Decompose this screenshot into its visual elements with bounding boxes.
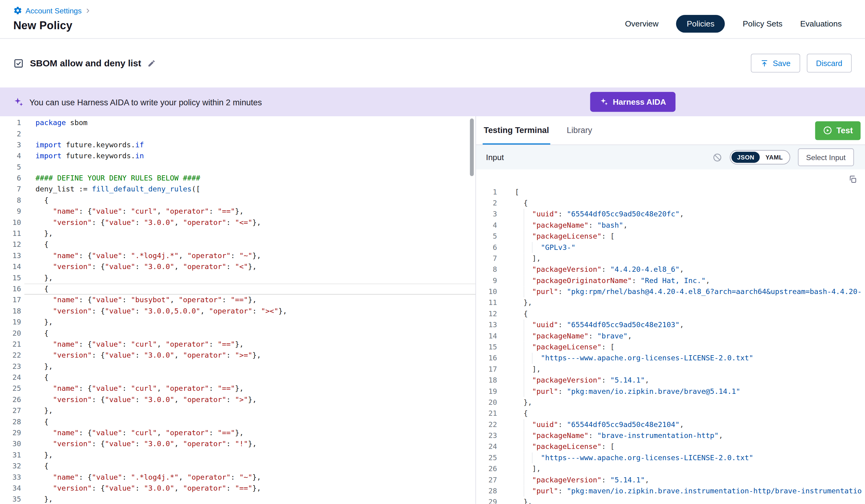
json-code-line[interactable]: 19"purl": "pkg:maven/io.zipkin.brave/bra… bbox=[476, 386, 865, 397]
line-number: 6 bbox=[476, 242, 501, 253]
json-code-line[interactable]: 21{ bbox=[476, 408, 865, 419]
editor-code-line[interactable]: 2 bbox=[0, 128, 475, 139]
json-code-line[interactable]: 29}, bbox=[476, 497, 865, 504]
json-code-line[interactable]: 18"packageVersion": "5.14.1", bbox=[476, 375, 865, 386]
format-json[interactable]: JSON bbox=[731, 152, 760, 163]
editor-code-line[interactable]: 12 { bbox=[0, 239, 475, 250]
json-code-line[interactable]: 27"packageVersion": "5.14.1", bbox=[476, 474, 865, 485]
json-code-line[interactable]: 2{ bbox=[476, 198, 865, 209]
tab-overview[interactable]: Overview bbox=[625, 19, 658, 28]
json-code-line[interactable]: 20}, bbox=[476, 397, 865, 408]
aida-banner: You can use Harness AIDA to write your p… bbox=[0, 87, 865, 116]
json-code-line[interactable]: 5"packageLicense": [ bbox=[476, 231, 865, 242]
format-yaml[interactable]: YAML bbox=[760, 152, 788, 163]
editor-code-line[interactable]: 33 "name": {"value": ".*log4j.*", "opera… bbox=[0, 472, 475, 483]
line-number: 32 bbox=[0, 461, 24, 472]
editor-code-line[interactable]: 3import future.keywords.if bbox=[0, 139, 475, 150]
editor-code-line[interactable]: 27 }, bbox=[0, 406, 475, 417]
line-number: 2 bbox=[476, 198, 501, 209]
line-number: 17 bbox=[0, 295, 24, 306]
editor-code-line[interactable]: 4import future.keywords.in bbox=[0, 151, 475, 162]
line-number: 11 bbox=[476, 297, 501, 308]
editor-code-line[interactable]: 35 }, bbox=[0, 494, 475, 504]
editor-code-line[interactable]: 19 }, bbox=[0, 317, 475, 328]
json-code-line[interactable]: 15"packageLicense": [ bbox=[476, 342, 865, 353]
editor-code-line[interactable]: 17 "name": {"value": "busybot", "operato… bbox=[0, 295, 475, 306]
policy-editor[interactable]: 1package sbom23import future.keywords.if… bbox=[0, 116, 475, 504]
breadcrumb-account-settings[interactable]: Account Settings bbox=[26, 7, 82, 15]
line-number: 4 bbox=[476, 220, 501, 231]
line-number: 33 bbox=[0, 472, 24, 483]
editor-code-line[interactable]: 6#### DEFINE YOUR DENY RULES BELOW #### bbox=[0, 173, 475, 184]
editor-code-line[interactable]: 29 "name": {"value": "curl", "operator":… bbox=[0, 427, 475, 438]
tab-testing-terminal[interactable]: Testing Terminal bbox=[483, 116, 550, 144]
copy-icon[interactable] bbox=[848, 175, 857, 186]
line-number: 8 bbox=[0, 195, 24, 206]
json-code-line[interactable]: 3"uuid": "65544df05cc9ad50c48e20fc", bbox=[476, 209, 865, 220]
json-code-line[interactable]: 1[ bbox=[476, 187, 865, 198]
editor-scrollbar[interactable] bbox=[470, 118, 474, 176]
json-code-line[interactable]: 11}, bbox=[476, 297, 865, 308]
editor-code-line[interactable]: 5 bbox=[0, 162, 475, 173]
editor-code-line[interactable]: 22 "version": {"value": "3.0.0", "operat… bbox=[0, 350, 475, 361]
editor-code-line[interactable]: 32 { bbox=[0, 461, 475, 472]
editor-code-line[interactable]: 7deny_list := fill_default_deny_rules([ bbox=[0, 184, 475, 195]
tab-policies[interactable]: Policies bbox=[676, 15, 725, 32]
tab-library[interactable]: Library bbox=[566, 116, 593, 144]
aida-message: You can use Harness AIDA to write your p… bbox=[29, 97, 262, 106]
line-number: 20 bbox=[476, 397, 501, 408]
json-code-line[interactable]: 10"purl": "pkg:rpm/rhel/bash@4.4.20-4.el… bbox=[476, 286, 865, 297]
editor-code-line[interactable]: 31 }, bbox=[0, 449, 475, 460]
editor-code-line[interactable]: 10 "version": {"value": "3.0.0", "operat… bbox=[0, 217, 475, 228]
editor-code-line[interactable]: 23 }, bbox=[0, 361, 475, 372]
editor-code-line[interactable]: 1package sbom bbox=[0, 117, 475, 128]
json-code-line[interactable]: 9"packageOriginatorName": "Red Hat, Inc.… bbox=[476, 275, 865, 286]
json-code-line[interactable]: 25"https---www.apache.org-licenses-LICEN… bbox=[476, 452, 865, 463]
editor-code-line[interactable]: 25 "name": {"value": "curl", "operator":… bbox=[0, 383, 475, 394]
editor-code-line[interactable]: 14 "version": {"value": "3.0.0", "operat… bbox=[0, 261, 475, 272]
editor-code-line[interactable]: 13 "name": {"value": ".*log4j.*", "opera… bbox=[0, 250, 475, 261]
editor-code-line[interactable]: 18 "version": {"value": "3.0.0,5.0.0", "… bbox=[0, 306, 475, 317]
json-code-line[interactable]: 6"GPLv3-" bbox=[476, 242, 865, 253]
json-code-line[interactable]: 12{ bbox=[476, 308, 865, 319]
gear-icon bbox=[13, 6, 22, 15]
editor-code-line[interactable]: 20 { bbox=[0, 328, 475, 339]
editor-code-line[interactable]: 11 }, bbox=[0, 228, 475, 239]
select-input-button[interactable]: Select Input bbox=[798, 149, 854, 166]
json-code-line[interactable]: 13"uuid": "65544df05cc9ad50c48e2103", bbox=[476, 319, 865, 330]
editor-code-line[interactable]: 24 { bbox=[0, 372, 475, 383]
json-code-line[interactable]: 17], bbox=[476, 364, 865, 375]
editor-code-line[interactable]: 15 }, bbox=[0, 272, 475, 283]
editor-code-line[interactable]: 34 "version": {"value": "3.0.0", "operat… bbox=[0, 483, 475, 494]
line-number: 10 bbox=[0, 217, 24, 228]
test-input-json[interactable]: 1[2{3"uuid": "65544df05cc9ad50c48e20fc",… bbox=[476, 169, 865, 504]
editor-code-line[interactable]: 8 { bbox=[0, 195, 475, 206]
editor-code-line[interactable]: 28 { bbox=[0, 417, 475, 427]
json-code-line[interactable]: 16"https---www.apache.org-licenses-LICEN… bbox=[476, 353, 865, 364]
json-code-line[interactable]: 28"purl": "pkg:maven/io.zipkin.brave.ins… bbox=[476, 486, 865, 497]
save-button[interactable]: Save bbox=[751, 54, 800, 72]
editor-code-line[interactable]: 9 "name": {"value": "curl", "operator": … bbox=[0, 206, 475, 217]
json-code-line[interactable]: 7], bbox=[476, 253, 865, 264]
discard-button[interactable]: Discard bbox=[807, 54, 852, 72]
prohibited-icon[interactable] bbox=[713, 152, 722, 162]
json-code-line[interactable]: 14"packageName": "brave", bbox=[476, 330, 865, 341]
editor-code-line[interactable]: 30 "version": {"value": "3.0.0", "operat… bbox=[0, 438, 475, 449]
tab-evaluations[interactable]: Evaluations bbox=[800, 19, 842, 28]
harness-aida-button[interactable]: Harness AIDA bbox=[590, 92, 675, 112]
editor-code-line[interactable]: 26 "version": {"value": "3.0.0", "operat… bbox=[0, 394, 475, 405]
test-button[interactable]: Test bbox=[815, 121, 861, 140]
header-left: Account Settings New Policy bbox=[13, 4, 91, 38]
editor-code-line[interactable]: 21 "name": {"value": "curl", "operator":… bbox=[0, 339, 475, 350]
json-code-line[interactable]: 22"uuid": "65544df05cc9ad50c48e2104", bbox=[476, 419, 865, 430]
tab-policy-sets[interactable]: Policy Sets bbox=[742, 19, 783, 28]
json-code-line[interactable]: 23"packageName": "brave-instrumentation-… bbox=[476, 430, 865, 441]
edit-pencil-icon[interactable] bbox=[147, 59, 155, 67]
testing-panel: Testing Terminal Library Test Input JSO bbox=[475, 116, 865, 504]
editor-code-line[interactable]: 16 { bbox=[0, 284, 475, 295]
json-code-line[interactable]: 4"packageName": "bash", bbox=[476, 220, 865, 231]
json-code-line[interactable]: 24"packageLicense": [ bbox=[476, 441, 865, 452]
line-number: 11 bbox=[0, 228, 24, 239]
json-code-line[interactable]: 8"packageVersion": "4.4.20-4.el8_6", bbox=[476, 264, 865, 275]
json-code-line[interactable]: 26], bbox=[476, 464, 865, 474]
